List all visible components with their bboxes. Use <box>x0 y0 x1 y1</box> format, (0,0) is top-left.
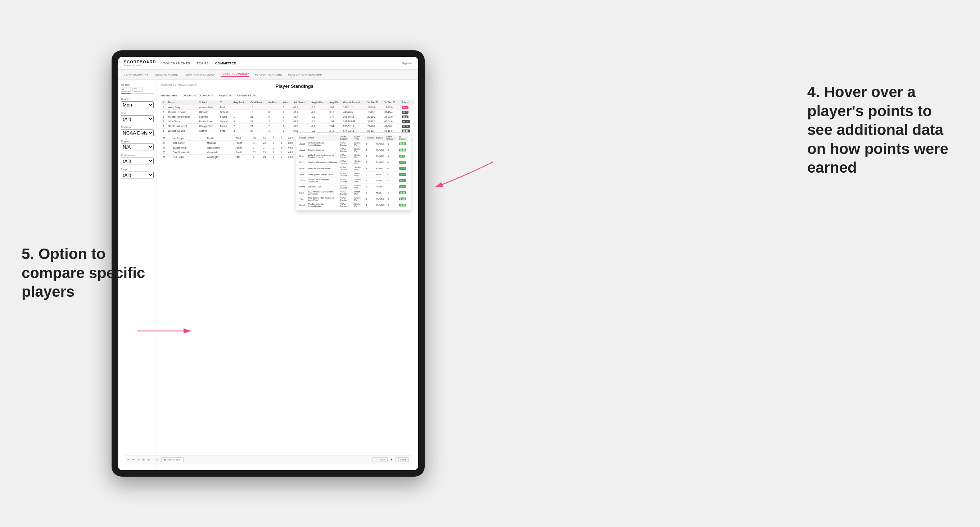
w-points-badge: 30.47 <box>399 185 406 188</box>
filter-region: Region: All <box>218 94 231 97</box>
th-conf-rank: Conf Rank <box>249 100 267 105</box>
no-rds-max-input[interactable] <box>132 87 143 92</box>
tooltip-row: Pitch Southern Highlands Collegiate NCAA… <box>298 159 409 165</box>
sub-nav-player-summary[interactable]: PLAYER SUMMARY <box>221 72 249 77</box>
th-vs25: Vs Top 25 <box>366 100 383 105</box>
table-row: 4 Luke Claton Florida State Second 5 27 … <box>161 119 414 124</box>
th-wins: Wins <box>282 100 292 105</box>
points-badge: 70.2 <box>402 116 409 118</box>
tt-player: Player <box>298 135 307 141</box>
view-original-button[interactable]: ◉ View: Original <box>161 457 183 462</box>
player-select[interactable]: (All) <box>121 171 154 178</box>
conference-select[interactable]: (All) <box>121 157 154 164</box>
sub-nav-player-h2h-heatmap[interactable]: PLAYER H2H HEATMAP <box>288 73 322 76</box>
tooltip-row: Jacob UNCW Seahawk Intercollegiate NCAA … <box>298 141 409 147</box>
annotation-hover: 4. Hover over a player's points to see a… <box>807 83 958 177</box>
table-header-row: Update time: 27/01/2024 16:56:26 Player … <box>161 83 414 91</box>
th-vs50: Vs Top 50 <box>383 100 400 105</box>
sub-nav: TEAM SUMMARY TEAM H2H GRID TEAM H2H HEAT… <box>118 70 418 80</box>
tt-rounds: Rounds <box>364 135 375 141</box>
watch-button[interactable]: 👁 Watch <box>372 457 387 462</box>
no-rds-slider[interactable] <box>121 93 154 94</box>
sub-nav-team-h2h-heatmap[interactable]: TEAM H2H HEATMAP <box>184 73 215 76</box>
th-record: Overall Record <box>342 100 366 105</box>
nav-links: TOURNAMENTS TEAMS COMMITTEE <box>163 62 236 65</box>
points-badge: 68.94 <box>402 120 410 123</box>
w-points-badge: 24.11 <box>399 173 406 176</box>
redo-icon[interactable]: ↪ <box>132 458 135 461</box>
w-points-badge: 46.40 <box>399 203 406 206</box>
settings-icon[interactable]: ⚙ <box>137 458 140 461</box>
region-label: Region <box>121 140 154 143</box>
th-adj-score: Adj. Score <box>292 100 310 105</box>
w-points-badge: 57.57 <box>399 167 406 170</box>
table-area: Update time: 27/01/2024 16:56:26 Player … <box>157 80 418 470</box>
tt-type: Event Type <box>353 135 365 141</box>
separator: · <box>153 458 153 461</box>
w-points-badge: 50.64 <box>399 143 406 145</box>
table-row: 5 Christo Lamprecht Georgia Tech Fourth … <box>161 124 414 129</box>
nav-teams[interactable]: TEAMS <box>197 62 209 65</box>
undo-icon[interactable]: ↩ <box>127 458 130 461</box>
tt-event: Event <box>307 135 339 141</box>
w-points-badge: 73.33 <box>399 161 406 163</box>
nav-bar: SCOREBOARD Powered by clippi TOURNAMENTS… <box>118 57 418 70</box>
table-row: 1 Wenyi Ding Arizona State First 1 15 1 … <box>161 105 414 110</box>
tooltip-popup: Player Event Event Division Event Type R… <box>296 132 411 211</box>
tooltip-row: David Williams Cup NCAA Division I Strok… <box>298 184 409 190</box>
gender-select[interactable]: Men Women <box>121 102 154 108</box>
nav-tournaments[interactable]: TOURNAMENTS <box>163 62 190 65</box>
section-title: Player Standings <box>275 83 313 89</box>
tooltip-row: Tiger SEC Stroke Play hosted by Jerry Pa… <box>298 196 409 202</box>
conference-label: Conference <box>121 154 154 157</box>
main-content: No Rds. Gender Men Women <box>118 80 418 470</box>
download-icon[interactable]: ⬇ <box>390 458 393 461</box>
sub-nav-team-h2h-grid[interactable]: TEAM H2H GRID <box>154 73 178 76</box>
no-rds-row <box>121 87 154 92</box>
sidebar-player: Player (All) <box>121 168 154 178</box>
filter-conference: Conference: All <box>237 94 256 97</box>
tooltip-row: Alex C Fallen Oak Collegiate Invitationa… <box>298 178 409 184</box>
sidebar-conference: Conference (All) <box>121 154 154 164</box>
th-to-par: Avg to-Par <box>310 100 328 105</box>
tooltip-row: Matt I Mirabel Maui Jim Intercollegiate … <box>298 202 409 208</box>
filter-division: Division: NCAA Division I <box>183 94 213 97</box>
tt-wpoints: W Points <box>398 135 409 141</box>
clock-icon[interactable]: ⊙ <box>156 458 158 461</box>
filter-gender: Gender: Men <box>161 94 177 97</box>
sub-nav-team-summary[interactable]: TEAM SUMMARY <box>124 73 149 76</box>
slider-fill <box>121 93 130 94</box>
logo-area: SCOREBOARD Powered by clippi <box>124 60 156 67</box>
share-button[interactable]: ⤴ Share <box>396 457 409 462</box>
annotation-compare: 5. Option to compare specific players <box>22 244 158 302</box>
w-points-badge: 53.60 <box>399 149 406 151</box>
paste-icon[interactable]: ⊟ <box>148 458 150 461</box>
logo-text: SCOREBOARD <box>124 60 156 64</box>
share-icon: ⤴ <box>398 458 399 461</box>
region-select[interactable]: N/A <box>121 143 154 150</box>
division-label: Division <box>121 126 154 129</box>
bottom-toolbar: ↩ ↪ ⚙ ⊞ ⊟ · ⊙ ◉ View: Original 👁 Watch ⬇… <box>124 455 412 464</box>
th-num: # <box>161 100 166 105</box>
no-rds-min-input[interactable] <box>121 87 131 92</box>
th-rds: No Rds. <box>267 100 282 105</box>
sidebar-division: Division NCAA Division I <box>121 126 154 137</box>
th-player: Player <box>166 100 197 105</box>
tt-division: Event Division <box>339 135 353 141</box>
th-avg-sg: Avg SG <box>328 100 342 105</box>
logo-sub: Powered by clippi <box>124 64 156 67</box>
points-badge: 76.3 <box>402 111 409 114</box>
division-select[interactable]: NCAA Division I <box>121 130 154 137</box>
tt-status: Status <box>375 135 385 141</box>
copy-icon[interactable]: ⊞ <box>143 458 145 461</box>
th-yr: Yr <box>219 100 232 105</box>
year-label: Year <box>121 112 154 114</box>
year-select[interactable]: (All) <box>121 116 154 122</box>
tablet-shell: SCOREBOARD Powered by clippi TOURNAMENTS… <box>111 50 425 477</box>
sub-nav-player-h2h-grid[interactable]: PLAYER H2H GRID <box>255 73 282 76</box>
nav-sign-out[interactable]: Sign out <box>402 62 412 65</box>
th-reg-rank: Reg Rank <box>232 100 249 105</box>
sidebar-region: Region N/A <box>121 140 154 150</box>
th-points: Points <box>400 100 414 105</box>
nav-committee[interactable]: COMMITTEE <box>215 62 237 65</box>
